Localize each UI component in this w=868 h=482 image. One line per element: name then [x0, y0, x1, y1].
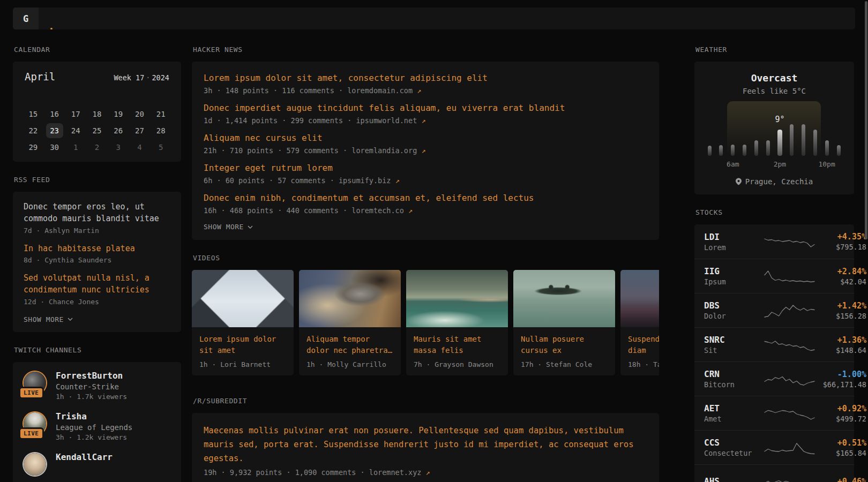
- video-title[interactable]: Suspendisse mauris diam: [628, 334, 659, 356]
- twitch-section: TWITCH CHANNELS LIVE ForrestBurton Count…: [13, 346, 181, 482]
- video-thumbnail[interactable]: [299, 270, 401, 327]
- stock-price: $165.84: [815, 449, 866, 457]
- video-thumbnail[interactable]: [406, 270, 508, 327]
- video-thumbnail[interactable]: [620, 270, 659, 327]
- twitch-widget: LIVE ForrestBurton Counter-Strike 1h · 1…: [13, 362, 181, 482]
- avatar[interactable]: [24, 453, 46, 476]
- stock-row[interactable]: IIG Ipsum +2.84% $42.04: [694, 259, 854, 293]
- location-pin-icon: [736, 178, 742, 185]
- twitch-channel-row[interactable]: LIVE ForrestBurton Counter-Strike 1h · 1…: [23, 371, 171, 401]
- hackernews-item: Integer eget rutrum lorem 6h · 60 points…: [204, 162, 647, 185]
- subreddit-section: /R/SUBREDDIT Maecenas mollis pulvinar er…: [192, 397, 659, 482]
- external-link-icon: ↗: [408, 206, 413, 215]
- calendar-grid: 1516171819202122232425262728293012345: [23, 89, 171, 155]
- hackernews-item-title[interactable]: Lorem ipsum dolor sit amet, consectetur …: [204, 72, 647, 84]
- calendar-day: 22: [23, 122, 44, 139]
- weather-condition: Overcast: [703, 72, 845, 84]
- hackernews-item: Aliquam nec cursus elit 21h · 710 points…: [204, 132, 647, 155]
- weather-bar: [837, 145, 841, 156]
- video-meta: 18h · Tara Duran: [628, 360, 659, 368]
- hackernews-item-title[interactable]: Aliquam nec cursus elit: [204, 132, 647, 144]
- video-title[interactable]: Nullam posuere cursus ex: [521, 334, 608, 356]
- stock-row[interactable]: LDI Lorem +4.35% $795.18: [694, 224, 854, 259]
- live-badge: LIVE: [19, 427, 44, 440]
- video-title[interactable]: Lorem ipsum dolor sit amet consectetu…: [199, 334, 286, 356]
- app-logo[interactable]: G: [13, 7, 39, 29]
- calendar-day: 1: [65, 139, 86, 155]
- calendar-day: 29: [23, 139, 44, 155]
- scrollbar-thumb[interactable]: [865, 1, 867, 239]
- twitch-channel-name[interactable]: Trisha: [56, 411, 132, 421]
- videos-row: Lorem ipsum dolor sit amet consectetu… 1…: [192, 270, 659, 375]
- twitch-channel-info: ForrestBurton Counter-Strike 1h · 1.7k v…: [56, 371, 127, 401]
- video-title[interactable]: Mauris sit amet massa felis: [414, 334, 500, 356]
- video-thumbnail[interactable]: [513, 270, 615, 327]
- rss-item-title[interactable]: Donec tempor eros leo, ut commodo mauris…: [24, 201, 170, 225]
- stock-row[interactable]: DBS Dolor +1.42% $156.28: [694, 293, 854, 327]
- calendar-section: CALENDAR April Week 17·2024 151617181920…: [13, 46, 181, 162]
- calendar-weekday-label: [150, 89, 171, 106]
- video-card[interactable]: Nullam posuere cursus ex 17h · Stefan Co…: [513, 270, 615, 375]
- nav-tab[interactable]: [83, 7, 85, 29]
- sparkline: [764, 371, 815, 388]
- rss-show-more-button[interactable]: SHOW MORE: [24, 315, 170, 323]
- external-link-icon: ↗: [417, 86, 421, 95]
- hackernews-item-title[interactable]: Donec imperdiet augue tincidunt felis al…: [204, 102, 647, 114]
- twitch-channel-name[interactable]: KendallCarr: [56, 452, 113, 462]
- stock-ticker: CCS: [704, 438, 764, 448]
- twitch-channel-row[interactable]: KendallCarr: [23, 452, 171, 477]
- stock-change: +2.84%: [815, 267, 866, 276]
- hackernews-item-meta: 16h · 468 points · 440 comments · loremt…: [204, 206, 647, 215]
- calendar-weekday-label: [23, 89, 44, 106]
- stock-row[interactable]: SNRC Sit +1.36% $148.64: [694, 327, 854, 362]
- hackernews-item-meta: 6h · 60 points · 57 comments · ipsumify.…: [204, 176, 647, 185]
- calendar-day: 15: [23, 106, 44, 122]
- top-navbar: G: [13, 7, 855, 29]
- twitch-channel-name[interactable]: ForrestBurton: [56, 371, 127, 381]
- video-card[interactable]: Suspendisse mauris diam 18h · Tara Duran: [620, 270, 659, 375]
- video-card[interactable]: Lorem ipsum dolor sit amet consectetu… 1…: [192, 270, 294, 375]
- calendar-weekday-label: [86, 89, 108, 106]
- stock-ticker: AHS: [704, 476, 764, 482]
- twitch-channel-game: League of Legends: [56, 423, 132, 432]
- nav-tab[interactable]: [99, 7, 101, 29]
- hackernews-item-title[interactable]: Donec enim nibh, condimentum et accumsan…: [204, 192, 647, 204]
- video-thumbnail[interactable]: [192, 270, 294, 327]
- weather-widget: Overcast Feels like 5°C 9° 6am2pm10pm Pr…: [694, 62, 854, 194]
- rss-item-title[interactable]: In hac habitasse platea: [24, 243, 170, 255]
- hackernews-show-more-button[interactable]: SHOW MORE: [204, 223, 647, 231]
- hackernews-item-meta: 21h · 710 points · 579 comments · loreml…: [204, 146, 647, 155]
- video-title[interactable]: Aliquam tempor dolor nec pharetra…: [306, 334, 393, 356]
- calendar-day: 4: [129, 139, 151, 155]
- chevron-down-icon: [68, 318, 73, 321]
- calendar-day: 16: [44, 106, 65, 122]
- rss-item: In hac habitasse platea 8d · Cynthia Sau…: [24, 243, 170, 265]
- calendar-day: 3: [108, 139, 129, 155]
- video-card[interactable]: Mauris sit amet massa felis 7h · Grayson…: [406, 270, 508, 375]
- weather-section-title: WEATHER: [695, 46, 853, 54]
- stock-row[interactable]: CCS Consectetur +0.51% $165.84: [694, 430, 854, 464]
- twitch-section-title: TWITCH CHANNELS: [14, 346, 180, 355]
- stock-row[interactable]: CRN Bitcorn -1.00% $66,171.48: [694, 362, 854, 396]
- sparkline: [764, 405, 815, 422]
- stock-sparkline-chart: [764, 268, 815, 285]
- nav-tab[interactable]: [66, 7, 69, 29]
- stocks-section: STOCKS LDI Lorem +4.35% $795.18 IIG Ipsu…: [694, 208, 854, 482]
- stock-name: Dolor: [704, 312, 764, 320]
- stock-price: $795.18: [815, 243, 866, 251]
- stock-change: +1.42%: [815, 301, 866, 311]
- nav-tab[interactable]: [50, 7, 53, 29]
- calendar-day: 5: [150, 139, 171, 155]
- video-card[interactable]: Aliquam tempor dolor nec pharetra… 1h · …: [299, 270, 401, 375]
- stock-sparkline-chart: [764, 371, 815, 388]
- reddit-post-title[interactable]: Maecenas mollis pulvinar erat non posuer…: [204, 424, 647, 465]
- twitch-channel-row[interactable]: LIVE Trisha League of Legends 3h · 1.2k …: [23, 411, 171, 441]
- stock-row[interactable]: AHS +0.46%: [694, 464, 854, 482]
- hackernews-item-title[interactable]: Integer eget rutrum lorem: [204, 162, 647, 174]
- stock-row[interactable]: AET Amet +0.92% $499.72: [694, 396, 854, 430]
- rss-item-title[interactable]: Sed volutpat nulla nisl, a condimentum n…: [24, 273, 170, 296]
- stock-price: $499.72: [815, 415, 866, 423]
- sparkline: [764, 336, 815, 353]
- calendar-day: 23: [44, 122, 65, 139]
- weather-bar: [802, 124, 805, 156]
